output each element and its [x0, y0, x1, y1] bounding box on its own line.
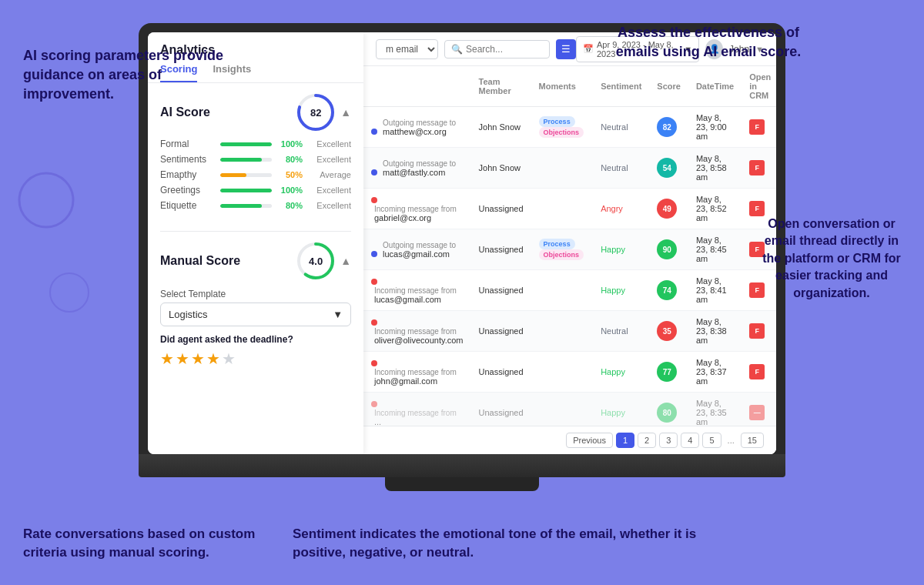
metric-greetings: Greetings 100% Excellent	[160, 185, 351, 196]
star-5[interactable]: ★	[222, 349, 236, 368]
template-dropdown[interactable]: Logistics ▼	[160, 303, 351, 326]
email-type-label: Incoming message from	[374, 409, 457, 417]
page-3-button[interactable]: 3	[659, 433, 678, 448]
search-input[interactable]	[466, 44, 543, 55]
annotation-top-right: Assess the effectiveness of emails using…	[601, 23, 816, 62]
page-2-button[interactable]: 2	[638, 433, 656, 448]
table-row: Outgoing message to lucas@gmail.com Unas…	[363, 229, 776, 270]
select-template-label: Select Template	[160, 289, 351, 299]
crm-icon[interactable]: F	[749, 201, 765, 216]
email-filter-select[interactable]: m email	[376, 39, 438, 59]
tag-objections: Objections	[539, 249, 584, 260]
star-2[interactable]: ★	[176, 349, 189, 368]
email-cell: Outgoing message to matt@fastly.com	[363, 148, 471, 189]
sentiment-cell: Happy	[593, 270, 649, 311]
filter-button[interactable]: ☰	[556, 39, 576, 59]
table-row: Incoming message from oliver@olivecounty…	[363, 311, 776, 352]
table-row: Incoming message from lucas@gmail.com Un…	[363, 270, 776, 311]
ai-score-collapse[interactable]: ▲	[340, 106, 351, 119]
col-crm: Open in CRM	[742, 66, 776, 107]
incoming-dot-icon	[371, 279, 377, 285]
score-cell: 77	[649, 352, 688, 393]
score-cell: 74	[649, 270, 688, 311]
email-info: Incoming message from gabriel@cx.org	[374, 205, 457, 222]
email-type-label: Incoming message from	[374, 286, 457, 295]
template-selector-container: Select Template Logistics ▼	[160, 289, 351, 326]
email-cell: Outgoing message to matthew@cx.org	[363, 107, 471, 148]
crm-icon[interactable]: —	[749, 405, 765, 420]
datetime-cell: May 8, 23, 8:35 am	[688, 393, 742, 426]
table-body: Outgoing message to matthew@cx.org John …	[363, 107, 776, 426]
star-rating[interactable]: ★ ★ ★ ★ ★	[160, 349, 351, 368]
metric-sentiments-status: Excellent	[309, 155, 351, 164]
score-cell: 80	[649, 393, 688, 426]
tag-process: Process	[539, 116, 575, 127]
team-member-cell: Unassigned	[471, 352, 531, 393]
score-badge: 35	[657, 321, 677, 341]
email-info: Incoming message from oliver@olivecounty…	[374, 327, 464, 345]
email-cell: Incoming message from ...	[363, 393, 471, 426]
prev-page-button[interactable]: Previous	[566, 433, 613, 448]
datetime-cell: May 8, 23, 8:37 am	[688, 352, 742, 393]
crm-icon[interactable]: F	[749, 364, 765, 379]
outgoing-dot-icon	[371, 129, 377, 135]
annotation-top-left: AI scoring parameters provide guidance o…	[23, 46, 254, 105]
star-3[interactable]: ★	[191, 349, 205, 368]
metric-etiquette-bar	[220, 204, 262, 208]
email-cell: Incoming message from oliver@olivecounty…	[363, 311, 471, 352]
star-4[interactable]: ★	[206, 349, 220, 368]
question-text: Did agent asked the deadline?	[160, 334, 351, 345]
col-email	[363, 66, 471, 107]
moments-cell	[531, 148, 594, 189]
datetime-cell: May 8, 23, 8:41 am	[688, 270, 742, 311]
page-5-button[interactable]: 5	[702, 433, 721, 448]
page-last-button[interactable]: 15	[741, 433, 764, 448]
metric-empathy-pct: 50%	[278, 170, 303, 179]
annotation-bottom-center: Sentiment indicates the emotional tone o…	[293, 525, 724, 562]
email-type-label: Outgoing message to	[383, 241, 456, 249]
metric-formal: Formal 100% Excellent	[160, 139, 351, 149]
score-cell: 35	[649, 311, 688, 352]
metric-empathy-bar	[220, 173, 246, 177]
manual-score-collapse[interactable]: ▲	[340, 255, 351, 267]
email-address: ...	[374, 417, 457, 426]
email-cell: Incoming message from gabriel@cx.org	[363, 189, 471, 229]
sentiment-cell: Neutral	[593, 107, 649, 148]
crm-icon[interactable]: F	[749, 323, 765, 339]
crm-cell: F	[742, 352, 776, 393]
metric-sentiments-bar-bg	[220, 158, 272, 162]
divider	[160, 231, 351, 232]
manual-score-circle: 4.0	[296, 241, 336, 281]
sentiment-cell: Neutral	[593, 311, 649, 352]
crm-cell: F	[742, 107, 776, 148]
team-member-cell: John Snow	[471, 148, 531, 189]
page-1-button[interactable]: 1	[616, 433, 634, 448]
email-type-label: Incoming message from	[374, 327, 464, 336]
page-4-button[interactable]: 4	[681, 433, 699, 448]
crm-icon[interactable]: F	[749, 119, 765, 135]
crm-icon[interactable]: F	[749, 160, 765, 176]
datetime-cell: May 8, 23, 9:00 am	[688, 107, 742, 148]
incoming-dot-icon	[371, 360, 377, 366]
main-content: m email 🔍 ☰ 📅	[363, 32, 776, 454]
manual-score-section: Manual Score 4.0 ▲	[148, 238, 363, 377]
col-score: Score	[649, 66, 688, 107]
decorative-circle-left	[15, 154, 77, 246]
email-address: matt@fastly.com	[383, 168, 456, 177]
score-badge: 80	[657, 403, 677, 423]
decorative-circle-left2	[46, 269, 92, 316]
email-address: matthew@cx.org	[383, 127, 456, 136]
search-icon: 🔍	[451, 44, 463, 55]
email-info: Incoming message from lucas@gmail.com	[374, 286, 457, 304]
sentiment-cell: Happy	[593, 229, 649, 270]
metric-sentiments-bar	[220, 158, 262, 162]
score-badge: 82	[657, 117, 677, 137]
selected-template-value: Logistics	[169, 309, 208, 320]
sentiment-cell: Happy	[593, 352, 649, 393]
metric-etiquette-status: Excellent	[309, 201, 351, 210]
ai-score-circle: 82	[296, 92, 336, 132]
annotation-bottom-left: Rate conversations based on custom crite…	[23, 525, 285, 562]
email-info: Outgoing message to matt@fastly.com	[383, 159, 456, 177]
metric-empathy-label: Emapthy	[160, 169, 214, 180]
star-1[interactable]: ★	[160, 349, 174, 368]
